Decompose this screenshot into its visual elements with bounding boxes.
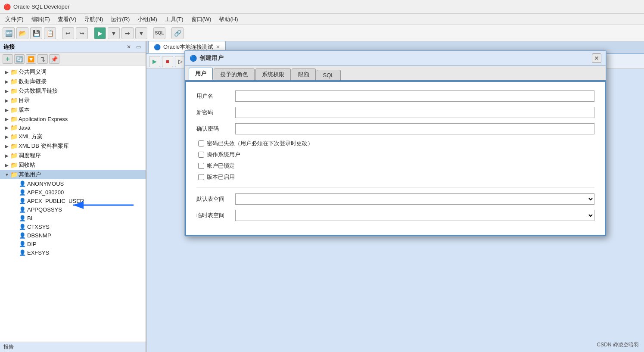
- edition-enabled-checkbox[interactable]: [198, 174, 204, 180]
- run-btn[interactable]: ▶: [94, 27, 106, 39]
- save-all-btn[interactable]: 📋: [44, 27, 56, 39]
- confirm-password-input[interactable]: [235, 123, 594, 134]
- menu-team[interactable]: 小组(M): [134, 15, 161, 24]
- dialog-tab-quota[interactable]: 限额: [292, 69, 316, 80]
- dialog-tab-user[interactable]: 用户: [189, 68, 213, 80]
- tree-expand-icon[interactable]: ▶: [3, 87, 10, 94]
- tree-expand-icon[interactable]: ▶: [3, 143, 10, 150]
- username-input[interactable]: [235, 90, 594, 102]
- step-btn[interactable]: ➡: [121, 27, 134, 39]
- tree-item[interactable]: ▶📁XML DB 资料档案库: [0, 141, 146, 151]
- tree-item-label: 版本: [19, 106, 30, 114]
- tree-expand-icon[interactable]: ▶: [3, 162, 10, 168]
- run-dropdown[interactable]: ▼: [108, 27, 120, 39]
- tree-item-label: 回收站: [19, 161, 35, 169]
- tree-item[interactable]: 👤EXFSYS: [0, 248, 146, 257]
- tree-item[interactable]: ▶📁版本: [0, 105, 146, 115]
- menu-run[interactable]: 运行(R): [107, 15, 133, 24]
- add-connection-btn[interactable]: +: [3, 54, 13, 64]
- tree-expand-icon[interactable]: ▶: [3, 106, 10, 113]
- tree-expand-icon[interactable]: ▼: [3, 171, 10, 178]
- tree-item[interactable]: 👤ANONYMOUS: [0, 179, 146, 188]
- tree-item-label: APPQOSSYS: [27, 206, 62, 213]
- tree-item-label: ANONYMOUS: [27, 181, 64, 187]
- panel-header: 连接 ✕ ▭: [0, 41, 146, 53]
- tree-item[interactable]: ▶📁XML 方案: [0, 132, 146, 141]
- sort-btn[interactable]: ⇅: [37, 54, 48, 64]
- step-dropdown[interactable]: ▼: [135, 27, 147, 39]
- tree-expand-icon[interactable]: [12, 232, 19, 239]
- menu-help[interactable]: 帮助(H): [215, 15, 241, 24]
- tree-item[interactable]: 👤BI: [0, 214, 146, 222]
- tree-expand-icon[interactable]: ▶: [3, 78, 10, 85]
- temp-tablespace-select[interactable]: [235, 210, 594, 221]
- undo-btn[interactable]: ↩: [62, 27, 74, 39]
- tree-item[interactable]: 👤APEX_030200: [0, 188, 146, 196]
- user-icon: 👤: [19, 206, 26, 213]
- refresh-btn[interactable]: 🔄: [14, 54, 25, 64]
- menu-tools[interactable]: 工具(T): [162, 15, 187, 24]
- dialog-tab-roles[interactable]: 授予的角色: [214, 69, 255, 80]
- tree-item-label: 调度程序: [19, 152, 41, 159]
- tree-item[interactable]: ▶📁公共同义词: [0, 67, 146, 77]
- tree-item[interactable]: ▼📁其他用户: [0, 170, 146, 179]
- tree-expand-icon[interactable]: ▶: [3, 97, 10, 104]
- dialog-close-button[interactable]: ✕: [592, 53, 601, 63]
- tree-item[interactable]: 👤APEX_PUBLIC_USER: [0, 196, 146, 205]
- main-toolbar: 🆕 📂 💾 📋 ↩ ↪ ▶ ▼ ➡ ▼ SQL 🔗: [0, 25, 644, 41]
- tree-expand-icon[interactable]: ▶: [3, 115, 10, 122]
- dialog-tab-sys-privs[interactable]: 系统权限: [255, 69, 291, 80]
- tree-item[interactable]: ▶📁Application Express: [0, 115, 146, 123]
- tree-expand-icon[interactable]: [12, 223, 19, 230]
- tree-expand-icon[interactable]: ▶: [3, 69, 10, 75]
- save-btn[interactable]: 💾: [30, 27, 42, 39]
- tree-item-label: EXFSYS: [27, 249, 49, 256]
- tree-item[interactable]: 👤APPQOSSYS: [0, 205, 146, 214]
- connect-btn[interactable]: 🔗: [171, 27, 184, 39]
- tree-item-label: 其他用户: [19, 171, 41, 178]
- folder-icon: 📁: [10, 106, 17, 113]
- menu-edit[interactable]: 编辑(E): [28, 15, 53, 24]
- minimize-panel-btn[interactable]: ✕: [125, 43, 133, 51]
- tree-item[interactable]: ▶📁公共数据库链接: [0, 86, 146, 96]
- menu-window[interactable]: 窗口(W): [188, 15, 215, 24]
- tree-item[interactable]: ▶📁Java: [0, 123, 146, 132]
- os-user-checkbox[interactable]: [198, 152, 204, 158]
- tree-item[interactable]: ▶📁调度程序: [0, 151, 146, 160]
- pin-btn[interactable]: 📌: [49, 54, 59, 64]
- password-expired-checkbox[interactable]: [198, 140, 204, 146]
- tree-item[interactable]: 👤DIP: [0, 240, 146, 248]
- filter-btn[interactable]: 🔽: [26, 54, 36, 64]
- tree-expand-icon[interactable]: [12, 215, 19, 221]
- tree-item-label: BI: [27, 215, 32, 221]
- tree-expand-icon[interactable]: ▶: [3, 133, 10, 140]
- open-btn[interactable]: 📂: [16, 27, 28, 39]
- restore-panel-btn[interactable]: ▭: [134, 43, 142, 51]
- menu-nav[interactable]: 导航(N): [81, 15, 106, 24]
- main-layout: 连接 ✕ ▭ + 🔄 🔽 ⇅ 📌 ▶📁公共同义词▶📁数据库链接▶📁公共数据库链接…: [0, 41, 644, 352]
- tree-item[interactable]: ▶📁目录: [0, 96, 146, 105]
- dialog-tab-sql[interactable]: SQL: [317, 70, 341, 80]
- tree-expand-icon[interactable]: ▶: [3, 124, 10, 131]
- tree-expand-icon[interactable]: [12, 180, 19, 187]
- redo-btn[interactable]: ↪: [76, 27, 88, 39]
- menu-view[interactable]: 查看(V): [54, 15, 80, 24]
- account-locked-checkbox[interactable]: [198, 163, 204, 169]
- tree-expand-icon[interactable]: [12, 197, 19, 204]
- tree-expand-icon[interactable]: [12, 189, 19, 196]
- tree-expand-icon[interactable]: [12, 206, 19, 213]
- tree-item[interactable]: 👤CTXSYS: [0, 222, 146, 231]
- new-btn[interactable]: 🆕: [3, 27, 15, 39]
- tree-container[interactable]: ▶📁公共同义词▶📁数据库链接▶📁公共数据库链接▶📁目录▶📁版本▶📁Applica…: [0, 65, 146, 352]
- tree-item[interactable]: ▶📁回收站: [0, 160, 146, 170]
- tree-expand-icon[interactable]: [12, 249, 19, 256]
- menu-file[interactable]: 文件(F): [2, 15, 27, 24]
- dialog-title-bar: 🔵 创建用户 ✕: [185, 51, 606, 66]
- tree-expand-icon[interactable]: [12, 240, 19, 247]
- default-tablespace-select[interactable]: [235, 193, 594, 205]
- new-password-input[interactable]: [235, 107, 594, 118]
- tree-expand-icon[interactable]: ▶: [3, 152, 10, 159]
- tree-item[interactable]: ▶📁数据库链接: [0, 77, 146, 86]
- sql-btn[interactable]: SQL: [153, 27, 165, 39]
- tree-item[interactable]: 👤DBSNMP: [0, 231, 146, 240]
